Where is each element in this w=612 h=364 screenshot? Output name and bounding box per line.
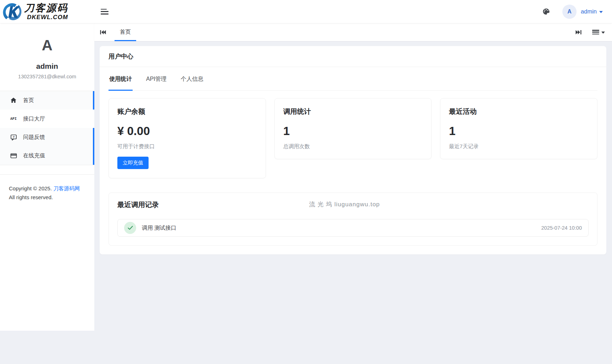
theme-button[interactable]: [542, 7, 550, 16]
sidebar: A admin 1302357281@dkewl.com 首页 API 接口大厅: [0, 23, 94, 331]
sidebar-footer: Copyright © 2025. 刀客源码网 All rights reser…: [0, 174, 94, 202]
sidebar-toggle-icon[interactable]: [101, 9, 109, 15]
tab-personal-info[interactable]: 个人信息: [180, 70, 204, 90]
copyright-line: Copyright © 2025. 刀客源码网: [9, 184, 85, 193]
skip-backward-icon: [100, 30, 106, 35]
balance-card: 账户余额 ¥ 0.00 可用于计费接口 立即充值: [109, 98, 266, 178]
activity-caption: 最近7天记录: [449, 143, 589, 150]
rights-line: All rights reserved.: [9, 193, 85, 202]
api-icon: API: [10, 117, 17, 121]
panel-tabs: 使用统计 API管理 个人信息: [109, 67, 597, 91]
header-right: A admin: [542, 5, 612, 19]
balance-caption: 可用于计费接口: [117, 143, 257, 150]
activity-value: 1: [449, 124, 589, 138]
sidebar-profile: A admin 1302357281@dkewl.com: [0, 23, 94, 91]
user-center-panel: 用户中心 使用统计 API管理 个人信息 账户余额 ¥ 0.00 可用于计费接口…: [100, 46, 606, 254]
sidebar-item-recharge[interactable]: 在线充值: [0, 146, 94, 165]
recent-call-time: 2025-07-24 10:00: [541, 225, 582, 231]
sidebar-item-feedback[interactable]: ? 问题反馈: [0, 128, 94, 146]
tab-usage-stats[interactable]: 使用统计: [109, 70, 133, 90]
logo-text: 刀客源码 DKEWL.COM: [24, 3, 68, 20]
stats-grid: 账户余额 ¥ 0.00 可用于计费接口 立即充值 调用统计 1 总调用次数 最近…: [109, 98, 597, 178]
recent-call-row: 调用 测试接口 2025-07-24 10:00: [117, 219, 589, 237]
recent-calls-card: 最近调用记录 流 光 坞 liuguangwu.top 调用 测试接口 2025…: [109, 192, 597, 246]
app-header: 刀客源码 DKEWL.COM A admin: [0, 0, 612, 23]
tabs-scroll-left-button[interactable]: [100, 30, 106, 35]
feedback-icon: ?: [10, 134, 17, 141]
caret-down-icon: [599, 11, 603, 13]
calls-caption: 总调用次数: [283, 143, 423, 150]
sidebar-item-label: 接口大厅: [23, 115, 45, 123]
credit-card-icon: [10, 152, 17, 159]
profile-email: 1302357281@dkewl.com: [0, 74, 94, 79]
panel-body: 使用统计 API管理 个人信息 账户余额 ¥ 0.00 可用于计费接口 立即充值…: [100, 67, 606, 254]
logo[interactable]: 刀客源码 DKEWL.COM: [0, 0, 85, 23]
activity-title: 最近活动: [449, 107, 589, 116]
logo-subtitle: DKEWL.COM: [27, 14, 68, 20]
user-name: admin: [581, 8, 597, 15]
profile-name: admin: [0, 62, 94, 71]
divider: [0, 165, 94, 165]
user-avatar[interactable]: A: [562, 5, 577, 19]
svg-text:?: ?: [12, 135, 15, 139]
skip-forward-icon: [575, 30, 582, 35]
balance-title: 账户余额: [117, 107, 257, 116]
sidebar-item-api-hall[interactable]: API 接口大厅: [0, 110, 94, 128]
palette-icon: [542, 7, 550, 16]
check-icon: [128, 226, 133, 230]
home-icon: [10, 97, 17, 103]
tab-home[interactable]: 首页: [115, 23, 136, 41]
list-icon: [592, 30, 599, 34]
caret-down-icon: [601, 32, 605, 34]
profile-initial: A: [0, 38, 94, 53]
tab-api-management[interactable]: API管理: [145, 70, 167, 90]
user-dropdown[interactable]: admin: [581, 8, 603, 15]
sidebar-item-label: 首页: [23, 97, 34, 104]
logo-k-icon: [1, 1, 23, 22]
tab-options-button[interactable]: [592, 30, 605, 34]
recharge-button[interactable]: 立即充值: [117, 157, 149, 169]
activity-card: 最近活动 1 最近7天记录: [440, 98, 597, 159]
calls-title: 调用统计: [283, 107, 423, 116]
tabbar-right: [575, 30, 605, 35]
avatar-initial: A: [567, 9, 572, 15]
page-tabbar: 首页: [94, 23, 612, 41]
sidebar-nav: 首页 API 接口大厅 ? 问题反馈: [0, 91, 94, 165]
tabs-scroll-right-button[interactable]: [575, 30, 582, 35]
balance-value: ¥ 0.00: [117, 124, 257, 138]
calls-card: 调用统计 1 总调用次数: [274, 98, 432, 159]
success-status-badge: [124, 222, 136, 234]
sidebar-item-label: 问题反馈: [23, 134, 45, 141]
watermark-text: 流 光 坞 liuguangwu.top: [309, 200, 380, 208]
main-content: 用户中心 使用统计 API管理 个人信息 账户余额 ¥ 0.00 可用于计费接口…: [94, 41, 612, 254]
sidebar-item-label: 在线充值: [23, 152, 45, 159]
calls-value: 1: [283, 124, 423, 138]
sidebar-item-home[interactable]: 首页: [0, 91, 94, 110]
recent-call-text: 调用 测试接口: [142, 224, 176, 232]
panel-title: 用户中心: [100, 46, 606, 67]
logo-title: 刀客源码: [24, 3, 68, 13]
site-link[interactable]: 刀客源码网: [53, 185, 80, 191]
